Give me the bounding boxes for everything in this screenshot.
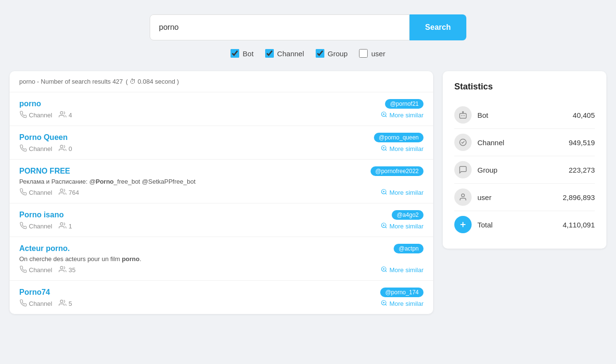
stats-panel: Statistics Bot40,405 Channel949,519 Grou… (443, 71, 606, 249)
result-badge: @porno_174 (380, 288, 424, 297)
stat-item-user: user2,896,893 (454, 184, 595, 211)
more-similar-link[interactable]: More similar (381, 145, 424, 153)
more-similar-link[interactable]: More similar (381, 222, 424, 230)
users-icon (59, 188, 66, 197)
svg-line-12 (385, 193, 387, 195)
stat-value: 223,273 (569, 166, 595, 174)
result-title[interactable]: Porno Queen (19, 133, 67, 142)
more-similar-link[interactable]: More similar (381, 266, 424, 274)
group-stat-icon (454, 161, 472, 178)
users-icon (59, 222, 66, 231)
result-item[interactable]: PORNO FREE@pornofree2022Реклама и Распис… (10, 160, 433, 203)
result-badge: @porno_queen (374, 133, 424, 142)
svg-rect-30 (460, 113, 466, 118)
svg-line-2 (385, 116, 387, 117)
result-type: Channel (19, 144, 52, 153)
results-panel: porno - Number of search results 427 ( ⏱… (10, 71, 433, 314)
search-input[interactable]: porno (150, 14, 410, 40)
plus-stat-icon (454, 216, 472, 233)
result-desc: Реклама и Расписание: @Porno_free_bot @S… (19, 178, 424, 185)
stat-value: 949,519 (569, 138, 595, 147)
svg-point-25 (61, 300, 63, 302)
more-similar-link[interactable]: More similar (381, 111, 424, 119)
svg-line-22 (385, 271, 387, 272)
stat-label: Group (477, 166, 569, 174)
filter-group[interactable]: Group (316, 49, 348, 58)
result-meta: Channel 1 More similar (19, 222, 424, 231)
svg-line-17 (385, 227, 387, 228)
results-summary: porno - Number of search results 427 (19, 78, 123, 85)
result-item[interactable]: porno@pornof21 Channel 4 More similar (10, 92, 433, 126)
more-icon (381, 111, 387, 119)
stat-item-bot: Bot40,405 (454, 101, 595, 129)
stat-value: 40,405 (573, 111, 595, 119)
result-item[interactable]: Porno74@porno_174 Channel 5 More similar (10, 281, 433, 314)
channel-icon (19, 265, 27, 275)
more-icon (381, 188, 387, 197)
result-type: Channel (19, 299, 52, 308)
svg-point-0 (61, 112, 63, 114)
channel-icon (19, 222, 27, 231)
result-item[interactable]: Porno Queen@porno_queen Channel 0 More s… (10, 126, 433, 160)
result-badge: @pornof21 (385, 99, 424, 109)
more-icon (381, 222, 387, 230)
stats-list: Bot40,405 Channel949,519 Group223,273 us… (454, 101, 595, 238)
result-title[interactable]: Porno74 (19, 288, 50, 297)
users-icon (59, 111, 66, 120)
channel-icon (19, 188, 27, 197)
more-icon (381, 300, 387, 308)
result-item[interactable]: Porno isano@a4go2 Channel 1 More similar (10, 203, 433, 237)
svg-point-32 (463, 115, 464, 116)
result-meta: Channel 35 More similar (19, 265, 424, 275)
svg-line-7 (385, 150, 387, 151)
filter-channel[interactable]: Channel (265, 49, 304, 58)
svg-point-35 (462, 194, 464, 197)
channel-icon (19, 299, 27, 308)
more-similar-link[interactable]: More similar (381, 188, 424, 197)
checkbox-user[interactable] (359, 49, 368, 58)
channel-icon (19, 144, 27, 153)
filter-label-group: Group (328, 50, 348, 58)
filter-row: BotChannelGroupuser (10, 49, 606, 58)
result-item[interactable]: Acteur porno.@actpnOn cherche des acteur… (10, 237, 433, 281)
result-meta: Channel 0 More similar (19, 144, 424, 153)
checkbox-bot[interactable] (231, 49, 239, 58)
users-icon (59, 144, 66, 153)
svg-point-10 (61, 189, 63, 191)
more-icon (381, 145, 387, 153)
users-icon (59, 265, 66, 275)
search-button[interactable]: Search (410, 14, 466, 40)
stat-item-channel: Channel949,519 (454, 129, 595, 156)
stat-value: 4,110,091 (563, 221, 595, 229)
filter-bot[interactable]: Bot (231, 49, 254, 58)
search-container: porno Search (10, 14, 606, 40)
result-title[interactable]: porno (19, 100, 41, 108)
result-title[interactable]: Acteur porno. (19, 244, 70, 253)
result-members: 35 (59, 265, 75, 275)
stat-label: user (477, 193, 563, 201)
filter-user[interactable]: user (359, 49, 385, 58)
checkbox-channel[interactable] (265, 49, 274, 58)
results-header: porno - Number of search results 427 ( ⏱… (10, 71, 433, 92)
result-badge: @a4go2 (392, 210, 424, 220)
checkbox-group[interactable] (316, 49, 324, 58)
more-similar-link[interactable]: More similar (381, 300, 424, 308)
result-type: Channel (19, 188, 52, 197)
result-members: 764 (59, 188, 79, 197)
stat-label: Total (477, 221, 563, 229)
result-members: 1 (59, 222, 72, 231)
stat-label: Channel (477, 138, 569, 147)
stat-value: 2,896,893 (563, 193, 595, 201)
result-title[interactable]: PORNO FREE (19, 167, 70, 176)
result-meta: Channel 764 More similar (19, 188, 424, 197)
channel-icon (19, 111, 27, 120)
svg-point-33 (462, 112, 463, 113)
filter-label-user: user (371, 50, 385, 58)
result-type: Channel (19, 111, 52, 120)
result-title[interactable]: Porno isano (19, 211, 64, 219)
svg-point-5 (61, 145, 63, 148)
result-members: 4 (59, 111, 72, 120)
result-badge: @pornofree2022 (371, 166, 424, 176)
users-icon (59, 299, 66, 308)
results-list: porno@pornof21 Channel 4 More similarPor… (10, 92, 433, 314)
